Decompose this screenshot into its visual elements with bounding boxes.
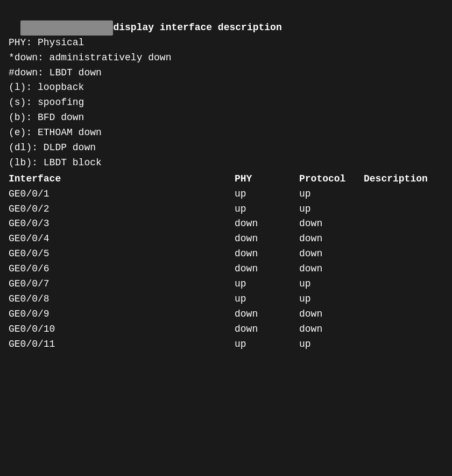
command-text: display interface description <box>113 22 281 33</box>
cell-interface: GE0/0/9 <box>9 307 235 322</box>
cell-phy: up <box>235 292 299 307</box>
cell-phy: down <box>235 307 299 322</box>
cell-interface: GE0/0/4 <box>9 232 235 247</box>
cell-interface: GE0/0/2 <box>9 202 235 217</box>
cell-phy: down <box>235 322 299 337</box>
cell-description <box>364 322 443 337</box>
cell-interface: GE0/0/11 <box>9 337 235 352</box>
table-row: GE0/0/7upup <box>9 277 443 292</box>
cell-phy: up <box>235 187 299 202</box>
cell-phy: up <box>235 277 299 292</box>
cell-phy: down <box>235 216 299 232</box>
col-header-description: Description <box>364 172 443 187</box>
cell-interface: GE0/0/8 <box>9 292 235 307</box>
cell-description <box>364 337 443 352</box>
cell-phy: up <box>235 202 299 217</box>
cell-interface: GE0/0/3 <box>9 216 235 232</box>
cell-protocol: down <box>299 307 364 322</box>
cell-protocol: down <box>299 247 364 262</box>
legend-section: PHY: Physical *down: administratively do… <box>9 36 443 171</box>
cell-description <box>364 277 443 292</box>
table-body: GE0/0/1upupGE0/0/2upupGE0/0/3downdownGE0… <box>9 187 443 352</box>
cell-interface: GE0/0/1 <box>9 187 235 202</box>
legend-phy: PHY: Physical <box>9 36 443 51</box>
col-header-interface: Interface <box>9 172 235 187</box>
cell-phy: up <box>235 337 299 352</box>
legend-bfd: (b): BFD down <box>9 110 443 125</box>
cell-phy: down <box>235 262 299 277</box>
cell-description <box>364 292 443 307</box>
cell-interface: GE0/0/6 <box>9 262 235 277</box>
col-header-phy: PHY <box>235 172 299 187</box>
legend-spoofing: (s): spoofing <box>9 95 443 110</box>
table-row: GE0/0/6downdown <box>9 262 443 277</box>
cell-description <box>364 232 443 247</box>
table-row: GE0/0/5downdown <box>9 247 443 262</box>
table-row: GE0/0/3downdown <box>9 216 443 232</box>
legend-lbdt-block: (lb): LBDT block <box>9 156 443 171</box>
cell-phy: down <box>235 247 299 262</box>
cell-protocol: up <box>299 202 364 217</box>
table-row: GE0/0/4downdown <box>9 232 443 247</box>
table-row: GE0/0/9downdown <box>9 307 443 322</box>
cell-protocol: up <box>299 277 364 292</box>
table-row: GE0/0/8upup <box>9 292 443 307</box>
legend-dldp: (dl): DLDP down <box>9 141 443 156</box>
prompt-redacted <box>20 20 114 36</box>
table-row: GE0/0/1upup <box>9 187 443 202</box>
cell-interface: GE0/0/5 <box>9 247 235 262</box>
cell-protocol: down <box>299 322 364 337</box>
cell-description <box>364 187 443 202</box>
cell-description <box>364 307 443 322</box>
cell-description <box>364 202 443 217</box>
legend-ethoam: (e): ETHOAM down <box>9 125 443 141</box>
cell-interface: GE0/0/7 <box>9 277 235 292</box>
cell-protocol: up <box>299 187 364 202</box>
cell-protocol: down <box>299 232 364 247</box>
legend-admin-down: *down: administratively down <box>9 51 443 66</box>
cell-phy: down <box>235 232 299 247</box>
cell-protocol: up <box>299 292 364 307</box>
cell-description <box>364 216 443 232</box>
cell-description <box>364 262 443 277</box>
command-line: display interface description <box>9 5 443 36</box>
table-header-row: Interface PHY Protocol Description <box>9 172 443 187</box>
cell-protocol: down <box>299 216 364 232</box>
legend-loopback: (l): loopback <box>9 80 443 95</box>
table-row: GE0/0/10downdown <box>9 322 443 337</box>
cell-interface: GE0/0/10 <box>9 322 235 337</box>
col-header-protocol: Protocol <box>299 172 364 187</box>
table-row: GE0/0/2upup <box>9 202 443 217</box>
cell-protocol: up <box>299 337 364 352</box>
table-row: GE0/0/11upup <box>9 337 443 352</box>
cell-description <box>364 247 443 262</box>
cell-protocol: down <box>299 262 364 277</box>
legend-lbdt-down: #down: LBDT down <box>9 66 443 81</box>
